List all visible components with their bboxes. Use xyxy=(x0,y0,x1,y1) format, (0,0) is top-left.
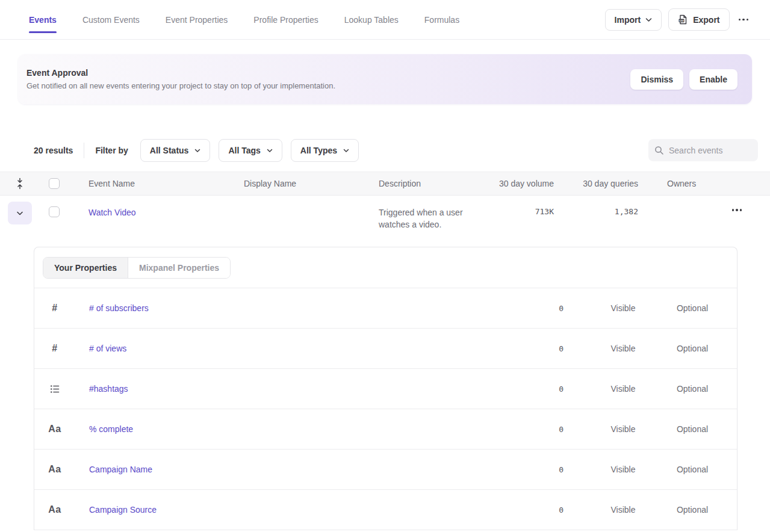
more-options-button[interactable] xyxy=(736,15,751,25)
top-nav: EventsCustom EventsEvent PropertiesProfi… xyxy=(0,0,770,40)
properties-tab-group: Your PropertiesMixpanel Properties xyxy=(43,257,231,279)
filter-dropdown-all-status[interactable]: All Status xyxy=(140,139,211,162)
properties-tabbar: Your PropertiesMixpanel Properties xyxy=(34,247,737,288)
filter-dropdowns: All StatusAll TagsAll Types xyxy=(140,139,357,162)
header-event-name: Event Name xyxy=(69,179,244,188)
table-header-row: Event Name Display Name Description 30 d… xyxy=(0,172,770,196)
property-visibility: Visible xyxy=(590,505,656,515)
divider xyxy=(84,143,84,158)
property-value: 0 xyxy=(503,344,564,353)
filter-dropdown-all-types[interactable]: All Types xyxy=(291,139,359,162)
property-name-link[interactable]: Campaign Name xyxy=(89,465,152,474)
properties-list: # # of subscribers 0 Visible Optional # … xyxy=(34,288,737,530)
nav-tab-event-properties[interactable]: Event Properties xyxy=(166,0,228,39)
property-visibility: Visible xyxy=(590,424,656,434)
collapse-arrows-icon xyxy=(16,178,24,190)
property-requirement: Optional xyxy=(656,344,728,353)
property-requirement: Optional xyxy=(656,465,728,474)
import-label: Import xyxy=(615,15,641,25)
property-value: 0 xyxy=(503,506,564,515)
collapse-row-button[interactable] xyxy=(8,202,32,224)
enable-button[interactable]: Enable xyxy=(689,69,737,90)
row-description: Triggered when a user watches a video. xyxy=(379,196,476,230)
csv-file-icon: csv xyxy=(678,14,688,25)
property-type-list-icon xyxy=(34,385,75,394)
svg-text:csv: csv xyxy=(679,19,684,22)
row-checkbox[interactable] xyxy=(49,206,60,217)
filter-by-label: Filter by xyxy=(95,146,128,155)
nav-tab-formulas[interactable]: Formulas xyxy=(424,0,459,39)
banner-actions: Dismiss Enable xyxy=(630,69,737,90)
search-icon xyxy=(654,146,664,155)
row-more-button[interactable] xyxy=(730,205,745,215)
event-row: Watch Video Triggered when a user watche… xyxy=(0,196,770,247)
property-row: # # of subscribers 0 Visible Optional xyxy=(34,288,737,329)
dismiss-button[interactable]: Dismiss xyxy=(630,69,683,90)
filter-dropdown-all-tags[interactable]: All Tags xyxy=(219,139,282,162)
property-type-number-icon: # xyxy=(34,343,75,354)
search-box xyxy=(648,139,758,161)
nav-tab-lookup-tables[interactable]: Lookup Tables xyxy=(344,0,399,39)
property-value: 0 xyxy=(503,385,564,394)
property-requirement: Optional xyxy=(656,424,728,434)
property-name-link[interactable]: % complete xyxy=(89,424,133,434)
property-row: #hashtags 0 Visible Optional xyxy=(34,369,737,409)
tab-mixpanel-properties[interactable]: Mixpanel Properties xyxy=(128,258,230,278)
property-requirement: Optional xyxy=(656,303,728,313)
property-requirement: Optional xyxy=(656,505,728,515)
nav-tab-custom-events[interactable]: Custom Events xyxy=(82,0,140,39)
chevron-down-icon xyxy=(16,211,23,216)
property-name-link[interactable]: Campaign Source xyxy=(89,505,157,515)
property-type-text-icon: Aa xyxy=(34,424,75,435)
export-button[interactable]: csv Export xyxy=(668,8,729,31)
chevron-down-icon xyxy=(267,149,273,153)
header-queries: 30 day queries xyxy=(554,179,638,188)
chevron-down-icon xyxy=(343,149,349,153)
header-owners: Owners xyxy=(667,179,696,188)
property-name-link[interactable]: # of views xyxy=(89,344,126,353)
row-volume: 713K xyxy=(494,196,554,216)
property-visibility: Visible xyxy=(590,465,656,474)
search-input[interactable] xyxy=(669,146,752,155)
filter-bar: 20 results Filter by All StatusAll TagsA… xyxy=(34,138,758,162)
select-all-checkbox[interactable] xyxy=(49,178,60,189)
property-type-text-icon: Aa xyxy=(34,504,75,515)
row-queries: 1,382 xyxy=(554,196,638,216)
property-name-link[interactable]: # of subscribers xyxy=(89,303,149,313)
property-row: Aa Campaign Source 0 Visible Optional xyxy=(34,490,737,530)
tab-your-properties[interactable]: Your Properties xyxy=(43,258,128,278)
property-visibility: Visible xyxy=(590,384,656,394)
import-button[interactable]: Import xyxy=(605,9,662,31)
property-visibility: Visible xyxy=(590,344,656,353)
property-row: Aa % complete 0 Visible Optional xyxy=(34,409,737,450)
event-approval-banner: Event Approval Get notified on all new e… xyxy=(18,54,752,104)
property-value: 0 xyxy=(503,304,564,313)
header-display-name: Display Name xyxy=(244,179,379,188)
nav-tabs: EventsCustom EventsEvent PropertiesProfi… xyxy=(29,0,459,39)
header-description: Description xyxy=(379,179,494,188)
banner-title: Event Approval xyxy=(26,68,335,78)
property-name-link[interactable]: #hashtags xyxy=(89,384,128,394)
banner-subtitle: Get notified on all new events entering … xyxy=(26,81,335,90)
event-name-link[interactable]: Watch Video xyxy=(88,208,136,217)
nav-tab-profile-properties[interactable]: Profile Properties xyxy=(253,0,318,39)
property-visibility: Visible xyxy=(590,303,656,313)
property-requirement: Optional xyxy=(656,384,728,394)
export-label: Export xyxy=(693,15,719,25)
property-type-number-icon: # xyxy=(34,303,75,314)
ellipsis-icon xyxy=(732,209,734,211)
nav-actions: Import csv Export xyxy=(605,8,758,31)
property-value: 0 xyxy=(503,425,564,434)
header-volume: 30 day volume xyxy=(494,179,554,188)
collapse-all-button[interactable] xyxy=(0,178,40,190)
property-type-text-icon: Aa xyxy=(34,464,75,475)
chevron-down-icon xyxy=(645,17,652,22)
results-count: 20 results xyxy=(34,146,73,155)
property-value: 0 xyxy=(503,465,564,474)
banner-text: Event Approval Get notified on all new e… xyxy=(26,68,335,90)
ellipsis-icon xyxy=(739,19,741,21)
chevron-down-icon xyxy=(194,149,200,153)
property-row: # # of views 0 Visible Optional xyxy=(34,329,737,369)
nav-tab-events[interactable]: Events xyxy=(29,0,57,39)
property-row: Aa Campaign Name 0 Visible Optional xyxy=(34,450,737,490)
